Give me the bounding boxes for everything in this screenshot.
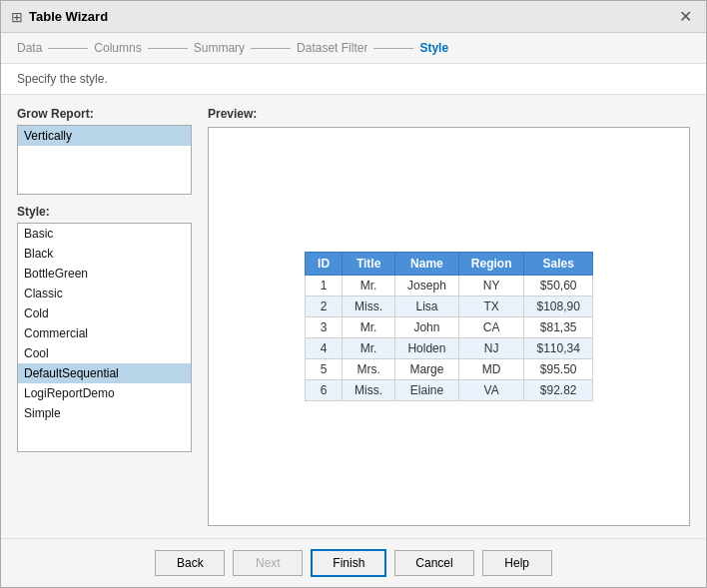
cancel-button[interactable]: Cancel (394, 550, 473, 576)
table-cell: $81,35 (524, 317, 592, 338)
table-cell: 5 (306, 359, 343, 380)
style-item-cool[interactable]: Cool (18, 343, 191, 363)
close-button[interactable]: ✕ (675, 7, 696, 26)
table-cell: $95.50 (524, 359, 592, 380)
style-label: Style: (17, 205, 192, 219)
step-sep-3 (251, 48, 291, 49)
table-cell: 1 (306, 276, 343, 296)
table-cell: Mr. (343, 338, 395, 359)
col-name: Name (395, 253, 459, 276)
table-cell: 4 (306, 338, 343, 359)
table-row: 1Mr.JosephNY$50,60 (306, 276, 593, 296)
table-cell: Mr. (343, 276, 395, 296)
step-style[interactable]: Style (419, 41, 448, 55)
back-button[interactable]: Back (155, 550, 225, 576)
table-cell: CA (458, 317, 524, 338)
table-row: 4Mr.HoldenNJ$110,34 (306, 338, 593, 359)
step-dataset-filter[interactable]: Dataset Filter (297, 41, 367, 55)
table-cell: 2 (306, 296, 343, 317)
table-cell: Mr. (343, 317, 395, 338)
step-columns[interactable]: Columns (94, 41, 141, 55)
grow-report-listbox[interactable]: Vertically (17, 125, 192, 195)
table-wizard-dialog: ⊞ Table Wizard ✕ Data Columns Summary Da… (0, 0, 707, 588)
left-panel: Grow Report: Vertically Style: Basic Bla… (17, 107, 192, 526)
table-cell: Miss. (343, 380, 395, 401)
table-cell: $50,60 (524, 276, 592, 296)
step-sep-2 (148, 48, 188, 49)
table-cell: Miss. (343, 296, 395, 317)
grow-report-label: Grow Report: (17, 107, 192, 121)
style-item-black[interactable]: Black (18, 244, 191, 264)
style-section: Style: Basic Black BottleGreen Classic C… (17, 205, 192, 452)
dialog-icon: ⊞ (11, 9, 23, 25)
table-cell: Lisa (395, 296, 459, 317)
style-item-simple[interactable]: Simple (18, 403, 191, 423)
table-cell: NJ (458, 338, 524, 359)
table-cell: 3 (306, 317, 343, 338)
step-sep-1 (48, 48, 88, 49)
style-item-classic[interactable]: Classic (18, 284, 191, 303)
table-cell: MD (458, 359, 524, 380)
col-region: Region (458, 253, 524, 276)
preview-area: ID Title Name Region Sales 1Mr.JosephNY$… (208, 127, 690, 526)
dialog-title: Table Wizard (29, 9, 108, 24)
col-sales: Sales (524, 253, 592, 276)
table-cell: Marge (395, 359, 459, 380)
table-row: 2Miss.LisaTX$108,90 (306, 296, 593, 317)
style-item-cold[interactable]: Cold (18, 303, 191, 323)
table-row: 6Miss.ElaineVA$92.82 (306, 380, 593, 401)
grow-item-vertically[interactable]: Vertically (18, 126, 191, 146)
table-cell: $108,90 (524, 296, 592, 317)
style-item-defaultsequential[interactable]: DefaultSequential (18, 363, 191, 383)
table-cell: John (395, 317, 459, 338)
step-summary[interactable]: Summary (194, 41, 245, 55)
help-button[interactable]: Help (482, 550, 552, 576)
table-cell: NY (458, 276, 524, 296)
title-bar: ⊞ Table Wizard ✕ (1, 1, 706, 33)
style-item-logireportdemo[interactable]: LogiReportDemo (18, 383, 191, 403)
footer: Back Next Finish Cancel Help (1, 538, 706, 587)
table-cell: Holden (395, 338, 459, 359)
table-cell: Elaine (395, 380, 459, 401)
style-item-bottlegreen[interactable]: BottleGreen (18, 264, 191, 284)
preview-table: ID Title Name Region Sales 1Mr.JosephNY$… (305, 252, 593, 401)
step-sep-4 (373, 48, 413, 49)
table-cell: Joseph (395, 276, 459, 296)
style-item-basic[interactable]: Basic (18, 224, 191, 244)
table-cell: $92.82 (524, 380, 592, 401)
main-content: Grow Report: Vertically Style: Basic Bla… (1, 95, 706, 538)
style-item-commercial[interactable]: Commercial (18, 323, 191, 343)
subtitle: Specify the style. (1, 64, 706, 95)
preview-label: Preview: (208, 107, 690, 121)
table-cell: VA (458, 380, 524, 401)
wizard-steps: Data Columns Summary Dataset Filter Styl… (1, 33, 706, 64)
step-data[interactable]: Data (17, 41, 42, 55)
right-panel: Preview: ID Title Name Region Sales 1Mr.… (208, 107, 690, 526)
table-cell: TX (458, 296, 524, 317)
table-cell: 6 (306, 380, 343, 401)
col-id: ID (306, 253, 343, 276)
style-listbox[interactable]: Basic Black BottleGreen Classic Cold Com… (17, 223, 192, 452)
table-cell: $110,34 (524, 338, 592, 359)
table-row: 5Mrs.MargeMD$95.50 (306, 359, 593, 380)
col-title: Title (343, 253, 395, 276)
grow-report-section: Grow Report: Vertically (17, 107, 192, 195)
table-cell: Mrs. (343, 359, 395, 380)
table-row: 3Mr.JohnCA$81,35 (306, 317, 593, 338)
finish-button[interactable]: Finish (311, 549, 386, 577)
next-button[interactable]: Next (233, 550, 303, 576)
